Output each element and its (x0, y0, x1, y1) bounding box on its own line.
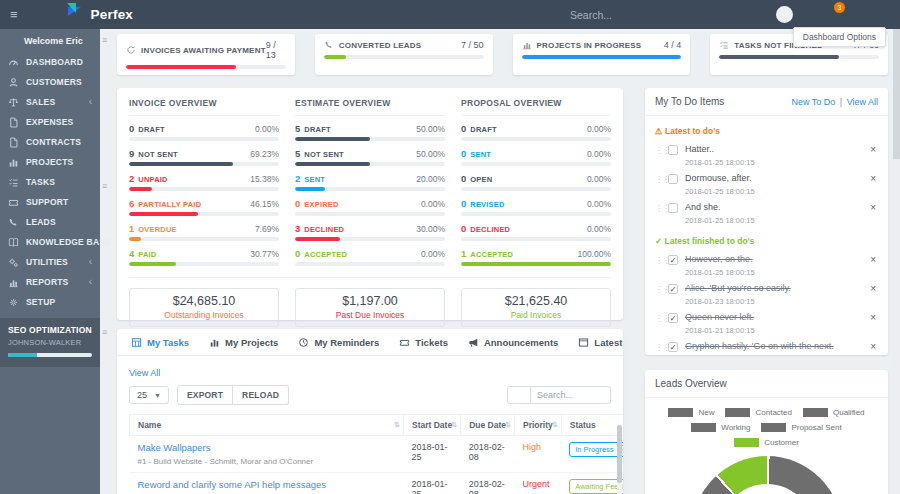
drag-grip-icon[interactable]: ⋮⋮ (655, 314, 669, 323)
stat-card[interactable]: INVOICES AWAITING PAYMENT 9 / 13 (117, 34, 295, 75)
sidebar-settings-gear-icon[interactable] (83, 36, 93, 46)
sidebar-item[interactable]: CONTRACTS (0, 132, 100, 152)
sidebar-item[interactable]: TASKS (0, 172, 100, 192)
edit-pencil-icon[interactable] (857, 175, 865, 183)
edit-pencil-icon[interactable] (857, 204, 865, 212)
page-scrollbar[interactable] (893, 29, 900, 494)
table-search-icon[interactable] (507, 386, 531, 404)
tab[interactable]: Tickets (389, 337, 458, 348)
sidebar-item[interactable]: SALES ‹ (0, 92, 100, 112)
export-button[interactable]: EXPORT (177, 385, 233, 405)
legend-item[interactable]: Customer (734, 438, 799, 447)
todo-checkbox-checked[interactable]: ✓ (668, 342, 678, 352)
legend-item[interactable]: Working (691, 423, 750, 432)
view-all-link[interactable]: View All (129, 368, 160, 378)
overview-row[interactable]: 0 OPEN 0.00% (461, 173, 611, 191)
edit-pencil-icon[interactable] (857, 146, 865, 154)
tab[interactable]: My Projects (199, 337, 288, 348)
legend-item[interactable]: New (668, 408, 714, 417)
todo-checkbox[interactable] (668, 145, 678, 155)
sidebar-item[interactable]: EXPENSES (0, 112, 100, 132)
task-name-link[interactable]: Make Wallpapers (138, 442, 396, 453)
stat-card[interactable]: PROJECTS IN PROGRESS 4 / 4 (513, 34, 691, 75)
table-scrollbar[interactable] (617, 425, 622, 494)
overview-row[interactable]: 2 UNPAID 15.38% (129, 173, 279, 191)
sidebar-item[interactable]: SETUP (0, 292, 100, 312)
table-search-input[interactable] (531, 386, 611, 404)
sidebar-item[interactable]: SUPPORT (0, 192, 100, 212)
todo-checkbox-checked[interactable]: ✓ (668, 255, 678, 265)
table-header-cell[interactable]: Priority⇅ (515, 415, 562, 436)
delete-icon[interactable]: × (870, 343, 876, 351)
sidebar-item[interactable]: DASHBOARD (0, 52, 100, 72)
tab[interactable]: My Tasks (121, 337, 199, 348)
table-header-cell[interactable]: Name⇅ (130, 415, 404, 436)
edit-pencil-icon[interactable] (857, 285, 865, 293)
overview-row[interactable]: 3 DECLINED 30.00% (295, 223, 445, 241)
drag-grip-icon[interactable]: ⋮⋮ (655, 146, 669, 155)
hamburger-menu-icon[interactable]: ≡ (10, 8, 18, 21)
todo-notifications-icon[interactable]: 3 (820, 0, 844, 29)
tab[interactable]: My Reminders (288, 337, 389, 348)
overview-row[interactable]: 5 DRAFT 50.00% (295, 123, 445, 141)
table-row[interactable]: Make Wallpapers #1 - Build Website - Sch… (130, 436, 624, 473)
edit-pencil-icon[interactable] (857, 314, 865, 322)
overview-row[interactable]: 1 OVERDUE 7.69% (129, 223, 279, 241)
tab[interactable]: Announcements (458, 337, 568, 348)
drag-grip-icon[interactable]: ⋮⋮ (655, 343, 669, 352)
reload-button[interactable]: RELOAD (233, 385, 289, 405)
sidebar-item[interactable]: REPORTS ‹ (0, 272, 100, 292)
todo-checkbox[interactable] (668, 203, 678, 213)
drag-grip-icon[interactable]: ⋮⋮ (655, 175, 669, 184)
delete-icon[interactable]: × (870, 285, 876, 293)
user-avatar[interactable] (772, 0, 796, 29)
legend-item[interactable]: Qualified (803, 408, 865, 417)
overview-row[interactable]: 0 ACCEPTED 0.00% (295, 248, 445, 266)
sidebar-welcome[interactable]: Welcome Eric (0, 29, 100, 52)
overview-row[interactable]: 0 DRAFT 0.00% (129, 123, 279, 141)
todo-checkbox-checked[interactable]: ✓ (668, 284, 678, 294)
todo-view-all-link[interactable]: View All (847, 97, 878, 107)
edit-pencil-icon[interactable] (857, 343, 865, 351)
brand[interactable]: Perfex (68, 7, 133, 23)
invoice-total-box[interactable]: $21,625.40 Paid Invoices (461, 288, 611, 327)
overview-row[interactable]: 0 DECLINED 0.00% (461, 223, 611, 241)
drag-grip-icon[interactable]: ⋮⋮ (655, 204, 669, 213)
overview-row[interactable]: 5 NOT SENT 50.00% (295, 148, 445, 166)
sidebar-project-widget[interactable]: SEO OPTIMIZATION JOHNSON-WALKER (0, 318, 100, 367)
legend-item[interactable]: Contacted (725, 408, 791, 417)
tab[interactable]: Latest Activity (568, 337, 623, 348)
table-header-cell[interactable]: Due Date⇅ (461, 415, 515, 436)
invoice-total-box[interactable]: $1,197.00 Past Due Invoices (295, 288, 445, 327)
overview-row[interactable]: 0 SENT 0.00% (461, 148, 611, 166)
overview-row[interactable]: 9 NOT SENT 69.23% (129, 148, 279, 166)
stat-card[interactable]: CONVERTED LEADS 7 / 50 (315, 34, 493, 75)
overview-row[interactable]: 2 SENT 20.00% (295, 173, 445, 191)
table-row[interactable]: Reword and clarify some API help message… (130, 473, 624, 494)
overview-row[interactable]: 4 PAID 30.77% (129, 248, 279, 266)
todo-checkbox-checked[interactable]: ✓ (668, 313, 678, 323)
invoice-total-box[interactable]: $24,685.10 Outstanding Invoices (129, 288, 279, 327)
sidebar-item[interactable]: CUSTOMERS (0, 72, 100, 92)
overview-row[interactable]: 1 ACCEPTED 100.00% (461, 248, 611, 266)
sidebar-item[interactable]: UTILITIES ‹ (0, 252, 100, 272)
table-header-cell[interactable]: Status⇅ (561, 415, 623, 436)
quick-actions-icon[interactable] (796, 0, 820, 29)
sidebar-item[interactable]: LEADS (0, 212, 100, 232)
delete-icon[interactable]: × (870, 314, 876, 322)
search-icon[interactable] (748, 0, 772, 29)
delete-icon[interactable]: × (870, 175, 876, 183)
drag-grip-icon[interactable]: ⋮⋮ (655, 256, 669, 265)
leads-donut[interactable] (692, 456, 842, 494)
overview-row[interactable]: 0 EXPIRED 0.00% (295, 198, 445, 216)
overview-row[interactable]: 0 DRAFT 0.00% (461, 123, 611, 141)
table-header-cell[interactable]: Start Date⇅ (404, 415, 461, 436)
overview-row[interactable]: 0 REVISED 0.00% (461, 198, 611, 216)
new-todo-link[interactable]: New To Do (791, 97, 835, 107)
timers-icon[interactable] (844, 0, 868, 29)
legend-item[interactable]: Proposal Sent (761, 423, 841, 432)
overview-row[interactable]: 6 PARTIALLY PAID 46.15% (129, 198, 279, 216)
todo-checkbox[interactable] (668, 174, 678, 184)
task-status-badge[interactable]: Awaiting Feedback ✓ (569, 479, 623, 494)
widget-drag-handle[interactable]: ≡ (102, 182, 107, 191)
